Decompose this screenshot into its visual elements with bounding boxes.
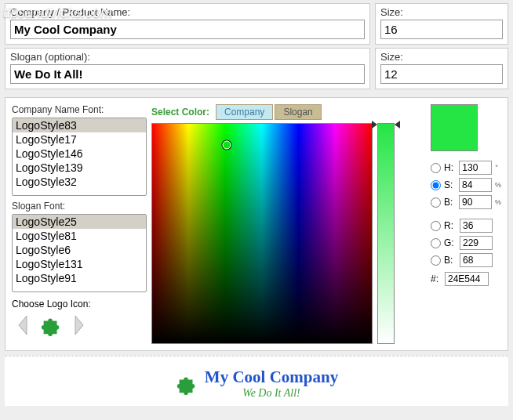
- watermark-text: tipsandtricks.com: [3, 5, 112, 21]
- choose-icon-label: Choose Logo Icon:: [12, 299, 147, 310]
- color-field[interactable]: [151, 123, 373, 344]
- font-option[interactable]: LogoStyle17: [13, 132, 146, 147]
- unit-h: °: [495, 164, 501, 172]
- slider-handle-icon: [372, 121, 377, 129]
- preview-company-name: My Cool Company: [205, 368, 338, 387]
- size1-input[interactable]: [380, 20, 503, 39]
- label-hex: #:: [431, 273, 442, 284]
- font-option[interactable]: LogoStyle131: [13, 257, 146, 271]
- chevron-right-icon: [71, 314, 86, 336]
- chevron-left-icon: [16, 314, 31, 336]
- puzzle-icon: [175, 372, 198, 396]
- company-font-label: Company Name Font:: [12, 104, 147, 115]
- radio-h[interactable]: [431, 163, 441, 173]
- input-hex[interactable]: [445, 272, 489, 286]
- radio-s[interactable]: [431, 180, 441, 190]
- label-b: B:: [444, 197, 456, 208]
- slider-handle-icon: [395, 121, 400, 129]
- color-field-cursor: [223, 141, 231, 150]
- slogan-font-list[interactable]: LogoStyle25 LogoStyle81 LogoStyle6 LogoS…: [12, 214, 147, 292]
- size1-label: Size:: [380, 5, 503, 20]
- input-bl[interactable]: [460, 253, 493, 267]
- input-g[interactable]: [460, 236, 493, 250]
- size2-input[interactable]: [380, 64, 503, 84]
- tab-slogan[interactable]: Slogan: [275, 104, 321, 120]
- unit-b: %: [495, 198, 501, 206]
- font-option[interactable]: LogoStyle6: [13, 243, 146, 257]
- select-color-label: Select Color:: [151, 107, 209, 118]
- label-h: H:: [444, 162, 456, 173]
- label-bl: B:: [444, 255, 457, 266]
- slogan-group: Slogan (optional):: [5, 48, 370, 89]
- brightness-slider[interactable]: [377, 123, 395, 344]
- input-s[interactable]: [459, 178, 492, 192]
- label-g: G:: [444, 237, 457, 248]
- radio-b[interactable]: [431, 197, 441, 208]
- font-option[interactable]: LogoStyle25: [13, 215, 146, 229]
- font-option[interactable]: LogoStyle91: [13, 271, 146, 285]
- font-option[interactable]: LogoStyle32: [13, 175, 146, 189]
- font-option[interactable]: LogoStyle83: [13, 118, 146, 132]
- slogan-label: Slogan (optional):: [10, 49, 365, 64]
- label-r: R:: [444, 220, 457, 231]
- preview-slogan: We Do It All!: [205, 387, 338, 400]
- size2-group: Size:: [375, 48, 508, 89]
- input-b[interactable]: [459, 195, 492, 209]
- logo-icon-preview: [38, 313, 64, 338]
- company-font-list[interactable]: LogoStyle83 LogoStyle17 LogoStyle146 Log…: [12, 118, 147, 196]
- radio-r[interactable]: [431, 221, 441, 231]
- slogan-font-label: Slogan Font:: [12, 201, 147, 212]
- label-s: S:: [444, 179, 456, 190]
- unit-s: %: [495, 181, 501, 189]
- color-swatch: [431, 104, 478, 151]
- puzzle-icon: [39, 313, 63, 337]
- prev-icon-button[interactable]: [12, 313, 35, 338]
- radio-bl[interactable]: [431, 255, 441, 266]
- slogan-input[interactable]: [10, 64, 365, 84]
- font-option[interactable]: LogoStyle146: [13, 147, 146, 161]
- size2-label: Size:: [380, 49, 503, 64]
- company-name-input[interactable]: [10, 20, 365, 39]
- tab-company[interactable]: Company: [216, 104, 273, 120]
- font-option[interactable]: LogoStyle81: [13, 229, 146, 243]
- input-h[interactable]: [459, 161, 492, 175]
- size1-group: Size:: [375, 3, 508, 45]
- radio-g[interactable]: [431, 238, 441, 248]
- input-r[interactable]: [460, 219, 493, 233]
- font-option[interactable]: LogoStyle139: [13, 161, 146, 175]
- next-icon-button[interactable]: [67, 313, 90, 338]
- logo-preview: My Cool Company We Do It All!: [5, 356, 508, 406]
